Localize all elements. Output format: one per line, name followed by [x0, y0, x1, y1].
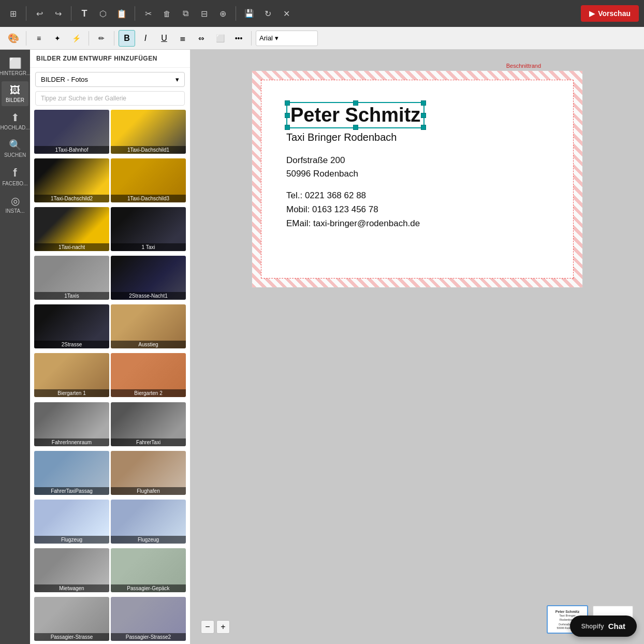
image-thumb-night2[interactable]: 2Strasse-Nacht1	[111, 256, 186, 300]
side-icons-panel: ⬜ HINTERGR... 🖼 BILDER ⬆ HOCHLAD... 🔍 SU…	[0, 50, 30, 644]
chat-button[interactable]: Shopify Chat	[570, 616, 637, 637]
image-thumb-pass3[interactable]: Passagier-Strasse	[34, 597, 109, 641]
image-label-taxi5: 1Taxi-nacht	[34, 243, 109, 251]
pen-button[interactable]: ✏	[93, 30, 110, 47]
image-thumb-flugzeug2[interactable]: Flugzeug	[111, 500, 186, 544]
card-address1: Dorfstraße 200	[286, 154, 548, 167]
canvas-area: Beschnittrand	[191, 50, 644, 644]
clipboard-icon[interactable]: 📋	[114, 6, 129, 21]
sidebar-item-facebook[interactable]: f FACEBO...	[2, 163, 28, 189]
bold-button[interactable]: B	[119, 30, 135, 47]
more-button[interactable]: •••	[230, 30, 247, 47]
image-thumb-gepäck[interactable]: Passagier-Gepäck	[111, 548, 186, 592]
scissors-icon[interactable]: ✂	[140, 6, 156, 21]
image-thumb-fahrertaxi2[interactable]: FahrerTaxiPassag	[34, 451, 109, 495]
resize-button[interactable]: ⇔	[193, 30, 210, 47]
handle-tl[interactable]	[285, 100, 290, 106]
upload-icon: ⬆	[11, 111, 20, 124]
upload-label: HOCHLAD...	[0, 125, 30, 130]
handle-mr[interactable]	[421, 113, 426, 118]
image-thumb-biergarten1[interactable]: Biergarten 1	[34, 353, 109, 397]
image-thumb-flugzeug1[interactable]: Flugzeug	[34, 500, 109, 544]
image-thumb-pass4[interactable]: Passagier-Strasse2	[111, 597, 186, 641]
image-thumb-taxi3[interactable]: 1Taxi-Dachschild2	[34, 158, 109, 202]
image-label-fahrerinnen: FahrerInnenraum	[34, 438, 109, 446]
handle-tr[interactable]	[421, 100, 426, 106]
sidebar-item-search[interactable]: 🔍 SUCHEN	[2, 136, 28, 161]
zoom-in-button[interactable]: +	[216, 620, 230, 634]
copy-icon[interactable]: ⧉	[178, 6, 193, 21]
card-mobil: Mobil: 0163 123 456 78	[286, 202, 548, 216]
image-thumb-biergarten2[interactable]: Biergarten 2	[111, 353, 186, 397]
image-thumb-fahrerinnen[interactable]: FahrerInnenraum	[34, 402, 109, 446]
handle-bl[interactable]	[285, 125, 290, 130]
image-thumb-taxi5[interactable]: 1Taxi-nacht	[34, 207, 109, 251]
background-icon: ⬜	[9, 57, 22, 69]
close-icon[interactable]: ✕	[279, 6, 294, 21]
layers-icon[interactable]: ⊕	[215, 6, 230, 21]
underline-button[interactable]: U	[156, 30, 172, 47]
grid-icon[interactable]: ⊞	[5, 6, 21, 21]
zoom-out-button[interactable]: −	[201, 620, 214, 634]
preview-button[interactable]: ▶ Vorschau	[581, 5, 639, 22]
name-selection-box[interactable]: Peter Schmitz	[286, 102, 425, 128]
image-thumb-strasse[interactable]: 2Strasse	[34, 304, 109, 348]
image-label-pass3: Passagier-Strasse	[34, 633, 109, 641]
save-icon[interactable]: 💾	[241, 6, 257, 21]
separator	[251, 31, 252, 46]
card-contact: Tel.: 0221 368 62 88 Mobil: 0163 123 456…	[286, 188, 548, 231]
sidebar-item-background[interactable]: ⬜ HINTERGR...	[2, 54, 28, 79]
separator	[236, 6, 236, 21]
image-thumb-taxi2[interactable]: 1Taxi-Dachschild1	[111, 110, 186, 154]
image-panel: BILDER ZUM ENTWURF HINZUFÜGEN BILDER - F…	[30, 50, 191, 644]
image-label-taxi4: 1Taxi-Dachschild3	[111, 195, 186, 202]
handle-br[interactable]	[421, 125, 426, 130]
font-selector[interactable]: Arial ▾	[256, 31, 318, 46]
image-thumb-taxis[interactable]: 1Taxis	[34, 256, 109, 300]
facebook-label: FACEBO...	[3, 181, 28, 186]
image-thumb-ausstieg[interactable]: Ausstieg	[111, 304, 186, 348]
image-label-fahrertaxi2: FahrerTaxiPassag	[34, 487, 109, 495]
handle-bm[interactable]	[353, 125, 358, 130]
text-icon[interactable]: T	[77, 6, 92, 21]
shapes-icon[interactable]: ⬡	[95, 6, 111, 21]
color-button[interactable]: 🎨	[5, 30, 22, 47]
search-box[interactable]: Tippe zur Suche in der Gallerie	[35, 91, 185, 106]
separator	[135, 6, 135, 21]
sidebar-item-upload[interactable]: ⬆ HOCHLAD...	[2, 108, 28, 134]
sync-icon[interactable]: ↻	[260, 6, 275, 21]
image-label-gepäck: Passagier-Gepäck	[111, 584, 186, 592]
text-align-button[interactable]: ≣	[174, 30, 191, 47]
separator	[26, 31, 26, 46]
image-thumb-taxi4[interactable]: 1Taxi-Dachschild3	[111, 158, 186, 202]
handle-tm[interactable]	[353, 100, 358, 106]
facebook-icon: f	[13, 166, 17, 180]
preview-icon: ▶	[589, 9, 595, 18]
category-dropdown[interactable]: BILDER - Fotos ▾	[35, 72, 185, 87]
images-label: BILDER	[6, 97, 24, 103]
sidebar-item-instagram[interactable]: ◎ INSTA...	[2, 192, 28, 217]
chat-shopify-label: Shopify	[581, 623, 604, 630]
card-inner[interactable]: Peter Schmitz Taxi Bringer Rodenbach Dor…	[261, 80, 574, 279]
arrange-icon[interactable]: ⊟	[196, 6, 212, 21]
filter-button[interactable]: ✦	[49, 30, 66, 47]
beschnittrand-label: Beschnittrand	[506, 63, 541, 69]
align-button[interactable]: ≡	[31, 30, 47, 47]
image-thumb-taxi1[interactable]: 1Taxi-Bahnhof	[34, 110, 109, 154]
separator	[71, 6, 71, 21]
frame-button[interactable]: ⬜	[212, 30, 228, 47]
handle-ml[interactable]	[285, 113, 290, 118]
image-label-flughafen: Flughafen	[111, 487, 186, 495]
sidebar-item-images[interactable]: 🖼 BILDER	[2, 81, 28, 106]
lightning-button[interactable]: ⚡	[68, 30, 84, 47]
redo-icon[interactable]: ↪	[50, 6, 66, 21]
image-label-ausstieg: Ausstieg	[111, 341, 186, 348]
image-thumb-taxi6[interactable]: 1 Taxi	[111, 207, 186, 251]
image-thumb-fahrertaxi[interactable]: FahrerTaxi	[111, 402, 186, 446]
trash-icon[interactable]: 🗑	[159, 6, 174, 21]
image-label-taxi2: 1Taxi-Dachschild1	[111, 146, 186, 154]
image-thumb-mietwagen[interactable]: Mietwagen	[34, 548, 109, 592]
undo-icon[interactable]: ↩	[32, 6, 47, 21]
image-thumb-flughafen[interactable]: Flughafen	[111, 451, 186, 495]
italic-button[interactable]: I	[137, 30, 154, 47]
